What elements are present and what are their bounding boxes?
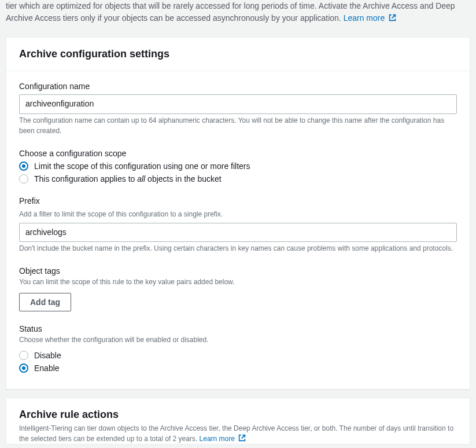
external-link-icon — [389, 13, 396, 20]
rule-actions-desc: Intelligent-Tiering can tier down object… — [19, 423, 457, 444]
external-link-icon — [238, 434, 246, 442]
status-desc: Choose whether the configuration will be… — [19, 335, 457, 345]
tags-label: Object tags — [19, 266, 457, 276]
prefix-input[interactable] — [19, 223, 457, 243]
tags-desc: You can limit the scope of this rule to … — [19, 277, 457, 287]
panel-header: Archive configuration settings — [6, 38, 470, 71]
radio-icon — [19, 351, 28, 360]
panel-body: Configuration name The configuration nam… — [6, 71, 470, 389]
scope-radio-limit[interactable]: Limit the scope of this configuration us… — [19, 161, 457, 171]
config-name-input[interactable] — [19, 94, 457, 114]
add-tag-button[interactable]: Add tag — [19, 293, 71, 311]
scope-radio-all[interactable]: This configuration applies to all object… — [19, 174, 457, 183]
panel-title: Archive configuration settings — [19, 48, 457, 60]
scope-limit-label: Limit the scope of this configuration us… — [34, 161, 250, 171]
archive-config-panel: Archive configuration settings Configura… — [6, 37, 470, 390]
intro-learn-more-link[interactable]: Learn more — [344, 13, 396, 23]
radio-icon — [19, 363, 28, 373]
radio-icon — [19, 174, 28, 183]
prefix-group: Prefix Add a filter to limit the scope o… — [19, 196, 457, 254]
prefix-desc: Add a filter to limit the scope of this … — [19, 209, 457, 219]
prefix-hint: Don't include the bucket name in the pre… — [19, 243, 457, 254]
status-label: Status — [19, 324, 457, 333]
tags-group: Object tags You can limit the scope of t… — [19, 266, 457, 311]
learn-more-label: Learn more — [344, 13, 385, 23]
status-group: Status Choose whether the configuration … — [19, 324, 457, 373]
scope-all-label: This configuration applies to all object… — [34, 174, 222, 183]
scope-label: Choose a configuration scope — [19, 149, 457, 158]
config-name-label: Configuration name — [19, 82, 457, 91]
archive-rule-actions-panel: Archive rule actions Intelligent-Tiering… — [6, 398, 470, 445]
config-name-hint: The configuration name can contain up to… — [19, 115, 457, 136]
prefix-label: Prefix — [19, 196, 457, 205]
status-radio-enable[interactable]: Enable — [19, 363, 457, 373]
scope-group: Choose a configuration scope Limit the s… — [19, 149, 457, 183]
rule-actions-header: Archive rule actions Intelligent-Tiering… — [6, 398, 470, 444]
rule-actions-learn-more-link[interactable]: Learn more — [200, 435, 246, 443]
intro-text: tier which are optimized for objects tha… — [0, 0, 476, 29]
status-enable-label: Enable — [34, 363, 60, 373]
status-disable-label: Disable — [34, 351, 61, 360]
rule-actions-title: Archive rule actions — [19, 409, 457, 421]
radio-icon — [19, 161, 28, 171]
config-name-group: Configuration name The configuration nam… — [19, 82, 457, 136]
status-radio-disable[interactable]: Disable — [19, 351, 457, 360]
